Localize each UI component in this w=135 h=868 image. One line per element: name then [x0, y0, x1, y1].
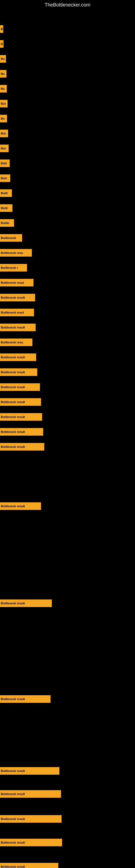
bar-row: Bottleneck result [0, 839, 135, 846]
bar-label: Bottleneck result [1, 430, 25, 433]
bar-row: Bottleneck result [0, 323, 135, 331]
bar-row: Bottleneck result [0, 443, 135, 451]
bar-label: Bottleneck result [1, 865, 25, 868]
bar-row: Bottleneck result [0, 398, 135, 406]
bar: Bottleneck result [0, 323, 36, 331]
bar-label: B [1, 42, 3, 45]
bar-label: Bottleneck result [1, 385, 25, 389]
bar: B [0, 25, 3, 33]
bar-row: Bottl [0, 204, 135, 212]
bar-label: Bottleneck result [1, 355, 25, 359]
bar-label: Bottleneck result [1, 841, 25, 844]
bar-row: B [0, 25, 135, 33]
bar-label: Bottleneck [1, 236, 16, 240]
bar-row: Bottle [0, 219, 135, 227]
bar-row: Bottleneck result [0, 294, 135, 301]
bar-label: Bott [1, 177, 7, 180]
site-title: TheBottlenecker.com [0, 0, 135, 9]
bar: Bottleneck result [0, 695, 50, 703]
bar: Bottleneck result [0, 815, 61, 823]
bar: Bott [0, 159, 10, 167]
bar-label: Bottleneck result [1, 326, 25, 329]
bar-row: Bottleneck resul [0, 309, 135, 316]
bar-label: Bottleneck result [1, 400, 25, 404]
bar-label: Bottleneck result [1, 415, 25, 418]
bars-container: BBBoBoBoBotBoBotBotBottBottBottlBottlBot… [0, 9, 135, 868]
bar-row: Bottleneck result [0, 790, 135, 798]
bar: Bottleneck result [0, 839, 62, 846]
bar-row: Bo [0, 70, 135, 78]
bar-row: Bottl [0, 189, 135, 197]
bar-row: Bott [0, 159, 135, 167]
bar-label: Bottleneck result [1, 698, 25, 701]
bar-label: Bot [1, 147, 6, 150]
bar: Bottleneck result [0, 294, 35, 301]
bar: Bottleneck result [0, 413, 42, 421]
bar-row: Bot [0, 100, 135, 107]
bar: Bo [0, 115, 7, 122]
bar-label: Bottl [1, 207, 8, 210]
bar-label: Bot [1, 132, 6, 135]
bar: Bottleneck [0, 234, 22, 242]
bar-row: Bottleneck resul [0, 279, 135, 286]
bar-row: Bottleneck result [0, 353, 135, 361]
bar-label: Bottleneck result [1, 445, 25, 448]
bar-label: Bottleneck result [1, 792, 25, 796]
bar-row: Bottleneck result [0, 428, 135, 436]
bar: B [0, 40, 3, 48]
bar-label: Bottleneck resul [1, 281, 24, 284]
bar-row: Bottleneck result [0, 368, 135, 376]
bar: Bottleneck result [0, 443, 44, 451]
bar: Bot [0, 145, 9, 152]
bar: Bottleneck result [0, 599, 52, 607]
bar-row: Bottleneck result [0, 767, 135, 775]
bar-label: Bottleneck result [1, 371, 25, 374]
bar-row: Bot [0, 130, 135, 137]
bar: Bottleneck resul [0, 279, 34, 286]
bar-label: Bo [1, 117, 5, 120]
bar-label: Bo [1, 72, 5, 75]
bar-label: Bottleneck result [1, 601, 25, 605]
bar-row: Bottleneck result [0, 413, 135, 421]
bar-label: Bottleneck resu [1, 251, 23, 254]
bar: Bottleneck resul [0, 309, 34, 316]
bar-row: B [0, 40, 135, 48]
bar: Bottleneck resu [0, 249, 32, 257]
bar-label: Bottleneck result [1, 296, 25, 299]
bar-row: Bottleneck result [0, 383, 135, 391]
bar-row: Bottleneck result [0, 502, 135, 510]
bar: Bottleneck result [0, 428, 43, 436]
bar-row: Bottleneck r [0, 264, 135, 272]
bar-label: Bottle [1, 221, 9, 225]
bar: Bo [0, 55, 6, 63]
bar-row: Bottleneck resu [0, 339, 135, 346]
bar-row: Bottleneck result [0, 695, 135, 703]
bar-label: B [1, 27, 3, 31]
bar: Bottle [0, 219, 14, 227]
bar-row: Bo [0, 85, 135, 93]
bar: Bottleneck result [0, 368, 37, 376]
bar-row: Bo [0, 115, 135, 122]
bar-label: Bottleneck resul [1, 311, 24, 314]
bar-row: Bo [0, 55, 135, 63]
bar-row: Bot [0, 145, 135, 152]
bar-row: Bottleneck resu [0, 249, 135, 257]
bar-label: Bot [1, 102, 6, 105]
bar: Bottleneck r [0, 264, 27, 272]
bar: Bottleneck result [0, 353, 36, 361]
bar: Bo [0, 70, 6, 78]
bar-label: Bott [1, 162, 7, 165]
bar: Bo [0, 85, 7, 93]
bar: Bot [0, 130, 8, 137]
bar-label: Bottl [1, 191, 8, 195]
bar-row: Bottleneck result [0, 863, 135, 868]
bar-label: Bottleneck r [1, 266, 18, 269]
bar-label: Bottleneck resu [1, 341, 23, 344]
bar-label: Bottleneck result [1, 504, 25, 508]
bar: Bottl [0, 204, 12, 212]
bar-label: Bo [1, 57, 5, 61]
bar-row: Bottleneck result [0, 815, 135, 823]
bar: Bottleneck result [0, 767, 59, 775]
bar-row: Bottleneck [0, 234, 135, 242]
bar-label: Bottleneck result [1, 769, 25, 773]
